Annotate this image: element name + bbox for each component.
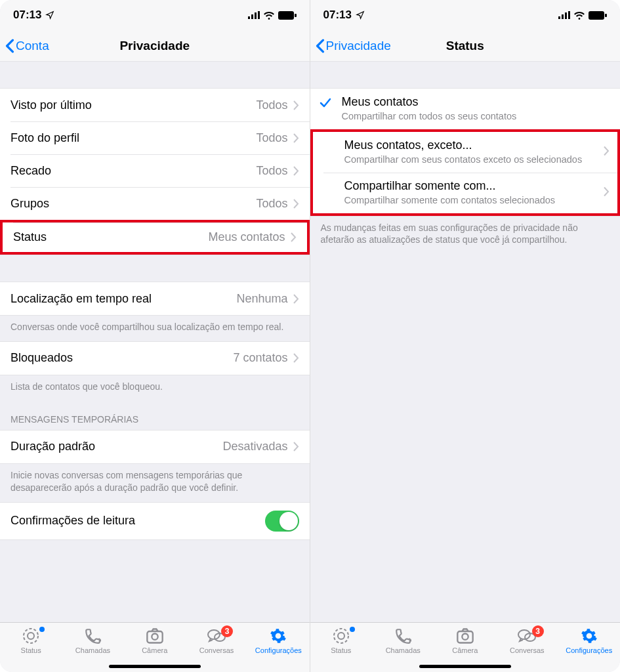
row-live-location[interactable]: Localização em tempo real Nenhuma	[0, 282, 310, 315]
chevron-right-icon	[291, 232, 297, 242]
svg-point-19	[338, 633, 344, 639]
blocked-footer: Lista de contatos que você bloqueou.	[0, 375, 310, 401]
option-subtitle: Compartilhar com seus contatos exceto os…	[344, 154, 608, 166]
row-value: Nenhuma	[236, 292, 287, 306]
tab-calls[interactable]: Chamadas	[372, 627, 434, 654]
tab-label: Chamadas	[386, 646, 421, 654]
row-about[interactable]: Recado Todos	[0, 154, 310, 187]
phone-icon	[394, 627, 411, 645]
row-last-seen[interactable]: Visto por último Todos	[0, 89, 310, 121]
row-value: Todos	[256, 197, 287, 211]
status-ring-icon	[22, 627, 39, 645]
tab-status[interactable]: Status	[310, 627, 373, 654]
row-label: Bloqueados	[10, 351, 73, 365]
svg-rect-0	[248, 16, 250, 19]
status-ring-icon	[333, 627, 350, 645]
tab-chats[interactable]: 3 Conversas	[496, 627, 558, 654]
back-label: Privacidade	[326, 39, 391, 53]
tab-chats[interactable]: 3 Conversas	[186, 627, 247, 654]
highlighted-options: Meus contatos, exceto... Compartilhar co…	[310, 129, 621, 216]
svg-rect-12	[558, 16, 560, 19]
status-time: 07:13	[13, 9, 41, 22]
row-default-duration[interactable]: Duração padrão Desativadas	[0, 430, 310, 463]
row-profile-photo[interactable]: Foto do perfil Todos	[0, 121, 310, 154]
camera-icon	[456, 627, 474, 645]
status-footer: As mudanças feitas em suas configurações…	[310, 217, 621, 255]
nav-bar: Privacidade Status	[310, 30, 621, 62]
row-groups[interactable]: Grupos Todos	[0, 187, 310, 220]
chevron-right-icon	[293, 294, 299, 304]
row-status[interactable]: Status Meus contatos	[0, 220, 310, 255]
battery-icon	[589, 11, 607, 20]
svg-rect-5	[295, 14, 297, 17]
tab-label: Configurações	[566, 646, 612, 654]
tab-status[interactable]: Status	[0, 627, 62, 654]
camera-icon	[146, 627, 164, 645]
phone-privacy: 07:13 Conta Privacidade	[0, 0, 310, 672]
row-label: Recado	[10, 164, 51, 178]
svg-rect-4	[278, 11, 294, 20]
wifi-icon	[573, 11, 585, 20]
chevron-right-icon	[293, 442, 299, 452]
home-indicator[interactable]	[109, 665, 201, 668]
row-label: Localização em tempo real	[10, 292, 152, 306]
status-bar: 07:13	[0, 0, 310, 30]
row-label: Grupos	[10, 197, 49, 211]
page-title: Status	[446, 39, 484, 53]
chevron-right-icon	[293, 199, 299, 209]
page-title: Privacidade	[119, 39, 190, 53]
notification-dot-icon	[39, 627, 45, 632]
content-scroll[interactable]: Meus contatos Compartilhar com todos os …	[310, 62, 621, 622]
wifi-icon	[263, 11, 275, 20]
row-label: Foto do perfil	[10, 131, 79, 145]
row-blocked[interactable]: Bloqueados 7 contatos	[0, 342, 310, 375]
svg-point-18	[334, 629, 348, 643]
tab-label: Conversas	[199, 646, 234, 654]
option-only-share-with[interactable]: Compartilhar somente com... Compartilhar…	[313, 173, 618, 213]
svg-rect-1	[251, 14, 253, 19]
svg-rect-17	[605, 14, 607, 17]
home-indicator[interactable]	[419, 665, 511, 668]
tab-camera[interactable]: Câmera	[124, 627, 186, 654]
row-read-receipts[interactable]: Confirmações de leitura	[0, 503, 310, 539]
location-arrow-icon	[356, 10, 365, 20]
row-label: Status	[13, 230, 47, 244]
tab-calls[interactable]: Chamadas	[62, 627, 123, 654]
row-value: 7 contatos	[233, 351, 287, 365]
content-scroll[interactable]: Visto por último Todos Foto do perfil To…	[0, 62, 310, 622]
option-my-contacts-except[interactable]: Meus contatos, exceto... Compartilhar co…	[313, 132, 618, 173]
svg-point-21	[462, 634, 468, 640]
row-label: Visto por último	[10, 98, 92, 112]
badge-count: 3	[532, 625, 544, 637]
svg-point-9	[152, 634, 157, 640]
tab-camera[interactable]: Câmera	[434, 627, 497, 654]
notification-dot-icon	[350, 627, 355, 632]
svg-rect-16	[589, 11, 604, 20]
chevron-right-icon	[293, 353, 299, 363]
badge-count: 3	[221, 625, 233, 637]
option-subtitle: Compartilhar com todos os seus contatos	[342, 110, 610, 123]
status-time: 07:13	[323, 9, 352, 22]
privacy-group-read: Confirmações de leitura	[0, 502, 310, 540]
chevron-right-icon	[293, 133, 299, 143]
privacy-group-location: Localização em tempo real Nenhuma	[0, 282, 310, 316]
read-receipts-toggle[interactable]	[265, 511, 299, 532]
privacy-group-1: Visto por último Todos Foto do perfil To…	[0, 88, 310, 255]
back-label: Conta	[16, 39, 49, 53]
option-title: Compartilhar somente com...	[344, 179, 608, 193]
privacy-group-temp: Duração padrão Desativadas	[0, 430, 310, 464]
back-button[interactable]: Conta	[5, 39, 49, 53]
row-value: Todos	[256, 98, 287, 112]
tab-settings[interactable]: Configurações	[247, 627, 309, 654]
tab-settings[interactable]: Configurações	[558, 627, 621, 654]
option-my-contacts[interactable]: Meus contatos Compartilhar com todos os …	[310, 89, 621, 129]
row-value: Meus contatos	[208, 230, 285, 244]
tab-label: Câmera	[142, 646, 167, 654]
gear-icon	[581, 627, 598, 645]
back-button[interactable]: Privacidade	[316, 39, 391, 53]
nav-bar: Conta Privacidade	[0, 30, 310, 62]
option-title: Meus contatos	[342, 95, 610, 109]
check-icon	[320, 98, 331, 111]
chevron-right-icon	[604, 146, 610, 158]
tab-label: Chamadas	[75, 646, 110, 654]
